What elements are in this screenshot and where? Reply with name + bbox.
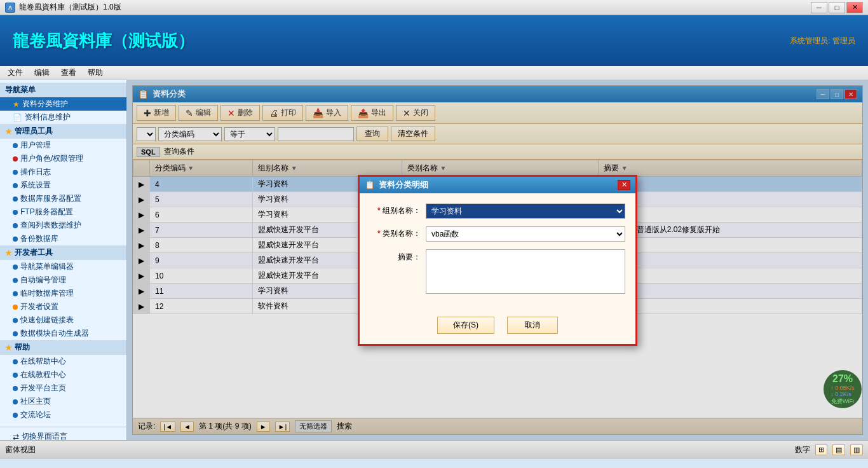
sidebar-item-ftp-config[interactable]: FTP服务器配置 bbox=[0, 205, 126, 219]
online-tutorial-label: 在线教程中心 bbox=[20, 369, 66, 380]
modal-window: 📋 资料分类明细 ✕ * 组别名称： 学习资料 盟威快速开发平台 软件资料 bbox=[358, 175, 637, 346]
bullet-blue-icon11 bbox=[13, 318, 18, 323]
category-select[interactable]: vba函数 vba代码参考 SQL语言参考资料 bbox=[426, 226, 625, 242]
taskbar-btn1[interactable]: ⊞ bbox=[815, 444, 827, 455]
menu-item-edit[interactable]: 编辑 bbox=[29, 66, 55, 79]
sidebar-item-quick-link[interactable]: 快速创建链接表 bbox=[0, 313, 126, 327]
menu-item-help[interactable]: 帮助 bbox=[83, 66, 108, 79]
app-user: 系统管理员: 管理员 bbox=[790, 36, 855, 46]
sidebar-help-title[interactable]: ★ 帮助 bbox=[0, 340, 126, 355]
taskbar-right: 数字 ⊞ ▤ ▥ bbox=[795, 444, 863, 455]
sidebar-item-backup-db[interactable]: 备份数据库 bbox=[0, 232, 126, 245]
role-mgmt-label: 用户角色/权限管理 bbox=[20, 153, 83, 164]
op-log-label: 操作日志 bbox=[20, 167, 51, 177]
bullet-blue-icon9 bbox=[13, 278, 18, 283]
content-area: 📋 资料分类 ─ □ ✕ ✚ 新增 ✎ 编辑 bbox=[127, 80, 868, 440]
menu-bar: 文件 编辑 查看 帮助 bbox=[0, 66, 868, 80]
backup-db-label: 备份数据库 bbox=[20, 233, 58, 244]
star-icon-help: ★ bbox=[5, 343, 12, 352]
main-layout: 导航菜单 ★ 资料分类维护 📄 资料信息维护 ★ 管理员工具 用户管理 用户角色… bbox=[0, 80, 868, 440]
taskbar-btn2[interactable]: ▤ bbox=[832, 444, 845, 455]
sys-settings-label: 系统设置 bbox=[20, 180, 51, 191]
form-row-category: * 类别名称： vba函数 vba代码参考 SQL语言参考资料 bbox=[370, 226, 625, 242]
sidebar-item-cat-mgmt[interactable]: ★ 资料分类维护 bbox=[0, 97, 126, 111]
menu-item-file[interactable]: 文件 bbox=[3, 66, 28, 79]
admin-tools-label: 管理员工具 bbox=[15, 126, 53, 137]
sidebar-item-role-mgmt[interactable]: 用户角色/权限管理 bbox=[0, 152, 126, 165]
modal-close-button[interactable]: ✕ bbox=[618, 180, 630, 190]
bullet-orange-icon bbox=[13, 305, 18, 310]
modal-overlay: 📋 资料分类明细 ✕ * 组别名称： 学习资料 盟威快速开发平台 软件资料 bbox=[127, 80, 868, 440]
bullet-blue-icon10 bbox=[13, 291, 18, 296]
user-mgmt-label: 用户管理 bbox=[20, 140, 51, 151]
sidebar-item-op-log[interactable]: 操作日志 bbox=[0, 165, 126, 179]
app-logo: 龍卷風資料庫（测试版） bbox=[13, 30, 194, 52]
bullet-blue-icon6 bbox=[13, 223, 18, 228]
sidebar-item-info-mgmt[interactable]: 📄 资料信息维护 bbox=[0, 111, 126, 124]
star-icon-cat: ★ bbox=[13, 100, 20, 109]
sidebar-item-nav-editor[interactable]: 导航菜单编辑器 bbox=[0, 260, 126, 273]
taskbar: 窗体视图 数字 ⊞ ▤ ▥ bbox=[0, 440, 868, 459]
sidebar-label-info-mgmt: 资料信息维护 bbox=[25, 112, 71, 123]
dev-settings-label: 开发者设置 bbox=[20, 301, 58, 312]
summary-textarea[interactable] bbox=[426, 249, 625, 294]
bullet-blue-icon14 bbox=[13, 373, 18, 378]
modal-title: 资料分类明细 bbox=[379, 179, 428, 191]
sidebar-item-user-mgmt[interactable]: 用户管理 bbox=[0, 139, 126, 152]
form-row-summary: 摘要： bbox=[370, 249, 625, 294]
sidebar-item-online-help[interactable]: 在线帮助中心 bbox=[0, 355, 126, 368]
modal-cancel-button[interactable]: 取消 bbox=[507, 317, 558, 334]
sidebar-item-auto-num[interactable]: 自动编号管理 bbox=[0, 273, 126, 287]
sidebar-item-forum[interactable]: 交流论坛 bbox=[0, 408, 126, 422]
bullet-blue-icon8 bbox=[13, 265, 18, 270]
minimize-button[interactable]: ─ bbox=[811, 2, 827, 13]
sidebar-item-switch-lang[interactable]: ⇄ 切换界面语言 bbox=[0, 430, 126, 440]
nav-title-text: 导航菜单 bbox=[5, 85, 36, 95]
sidebar-admin-tools-title[interactable]: ★ 管理员工具 bbox=[0, 124, 126, 139]
ftp-config-label: FTP服务器配置 bbox=[20, 207, 73, 217]
bullet-blue-icon2 bbox=[13, 170, 18, 175]
sidebar-item-dev-settings[interactable]: 开发者设置 bbox=[0, 300, 126, 313]
close-button[interactable]: ✕ bbox=[846, 2, 863, 13]
bullet-blue-icon15 bbox=[13, 386, 18, 391]
bullet-blue-icon17 bbox=[13, 413, 18, 418]
group-label: * 组别名称： bbox=[370, 205, 421, 216]
sidebar-item-sys-settings[interactable]: 系统设置 bbox=[0, 179, 126, 192]
sidebar-item-online-tutorial[interactable]: 在线教程中心 bbox=[0, 368, 126, 382]
sidebar-item-db-config[interactable]: 数据库服务器配置 bbox=[0, 192, 126, 205]
dev-platform-label: 开发平台主页 bbox=[20, 383, 66, 394]
switch-icon: ⇄ bbox=[13, 432, 19, 441]
menu-item-view[interactable]: 查看 bbox=[56, 66, 81, 79]
category-label: * 类别名称： bbox=[370, 228, 421, 239]
app-icon: A bbox=[5, 3, 15, 13]
star-icon-admin: ★ bbox=[5, 127, 12, 136]
window-title: 龍卷風資料庫（测试版）1.0版 bbox=[19, 2, 121, 13]
sidebar-item-temp-db[interactable]: 临时数据库管理 bbox=[0, 287, 126, 300]
form-row-group: * 组别名称： 学习资料 盟威快速开发平台 软件资料 bbox=[370, 203, 625, 219]
sidebar-item-community[interactable]: 社区主页 bbox=[0, 395, 126, 408]
bullet-red-icon bbox=[13, 156, 18, 162]
doc-icon: 📄 bbox=[13, 113, 22, 122]
group-select[interactable]: 学习资料 盟威快速开发平台 软件资料 bbox=[426, 203, 625, 219]
bullet-blue-icon3 bbox=[13, 183, 18, 188]
modal-title-bar: 📋 资料分类明细 ✕ bbox=[360, 177, 635, 193]
sidebar-dev-tools-title[interactable]: ★ 开发者工具 bbox=[0, 245, 126, 260]
dev-tools-label: 开发者工具 bbox=[15, 247, 53, 258]
taskbar-left: 窗体视图 bbox=[5, 444, 36, 455]
bullet-blue-icon4 bbox=[13, 196, 18, 202]
app-header: 龍卷風資料庫（测试版） 系统管理员: 管理员 bbox=[0, 15, 868, 66]
help-title-label: 帮助 bbox=[15, 342, 30, 353]
sidebar-item-list-maint[interactable]: 查阅列表数据维护 bbox=[0, 219, 126, 232]
sidebar-item-dev-platform[interactable]: 开发平台主页 bbox=[0, 382, 126, 395]
modal-save-button[interactable]: 保存(S) bbox=[437, 317, 494, 334]
sidebar-label-cat-mgmt: 资料分类维护 bbox=[22, 99, 68, 109]
star-icon-dev: ★ bbox=[5, 249, 12, 258]
quick-link-label: 快速创建链接表 bbox=[20, 315, 74, 326]
online-help-label: 在线帮助中心 bbox=[20, 356, 66, 367]
sidebar-nav-title: 导航菜单 bbox=[0, 83, 126, 97]
sidebar-item-data-module[interactable]: 数据模块自动生成器 bbox=[0, 327, 126, 340]
community-label: 社区主页 bbox=[20, 396, 51, 407]
maximize-button[interactable]: □ bbox=[829, 2, 845, 13]
taskbar-btn3[interactable]: ▥ bbox=[850, 444, 863, 455]
title-bar: A 龍卷風資料庫（测试版）1.0版 ─ □ ✕ bbox=[0, 0, 868, 15]
